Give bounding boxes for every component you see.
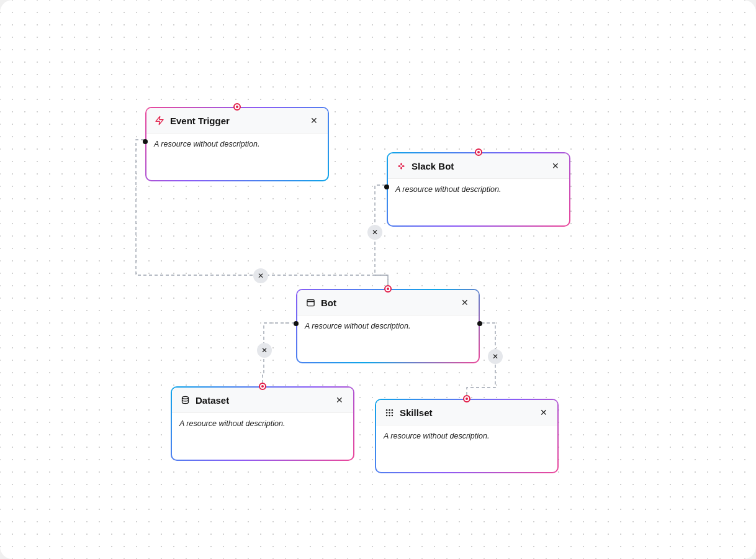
node-description: A resource without description. — [297, 316, 479, 337]
node-close-button[interactable]: ✕ — [459, 296, 471, 309]
node-event-trigger[interactable]: Event Trigger ✕ A resource without descr… — [145, 107, 329, 181]
node-header: Skillset ✕ — [376, 400, 557, 425]
node-description: A resource without description. — [376, 425, 557, 447]
node-handle-left[interactable] — [384, 184, 389, 189]
node-title: Skillset — [400, 407, 538, 418]
flow-canvas[interactable]: Event Trigger ✕ A resource without descr… — [0, 0, 756, 559]
svg-rect-2 — [402, 165, 404, 167]
svg-point-12 — [389, 412, 390, 414]
node-dataset[interactable]: Dataset ✕ A resource without description… — [171, 386, 354, 461]
grid-icon — [384, 407, 395, 418]
node-title: Event Trigger — [170, 116, 308, 126]
node-close-button[interactable]: ✕ — [538, 406, 550, 419]
node-description: A resource without description. — [146, 134, 328, 155]
svg-point-14 — [385, 414, 387, 416]
svg-rect-4 — [400, 166, 402, 169]
svg-marker-0 — [156, 116, 163, 124]
svg-point-10 — [391, 409, 393, 411]
node-header: Event Trigger ✕ — [146, 108, 328, 134]
edge-delete-button[interactable]: ✕ — [257, 343, 272, 358]
slack-icon — [395, 160, 407, 171]
svg-point-15 — [389, 414, 390, 416]
node-handle-left[interactable] — [143, 139, 148, 144]
node-handle-top[interactable] — [384, 285, 392, 293]
node-title: Slack Bot — [412, 161, 549, 171]
node-title: Dataset — [196, 395, 333, 406]
node-description: A resource without description. — [388, 179, 569, 200]
node-handle-left[interactable] — [294, 321, 299, 326]
svg-point-11 — [385, 412, 387, 414]
node-header: Dataset ✕ — [172, 388, 353, 413]
node-handle-top[interactable] — [259, 383, 266, 390]
edge-delete-button[interactable]: ✕ — [253, 268, 268, 283]
node-close-button[interactable]: ✕ — [549, 160, 562, 172]
svg-rect-5 — [307, 299, 313, 306]
node-handle-top[interactable] — [463, 395, 470, 402]
node-handle-right[interactable] — [477, 321, 482, 326]
database-icon — [179, 394, 191, 406]
svg-rect-1 — [398, 165, 400, 167]
svg-point-13 — [391, 412, 393, 414]
node-handle-top[interactable] — [475, 148, 482, 156]
node-title: Bot — [321, 298, 459, 308]
edges-layer — [0, 0, 756, 559]
lightning-icon — [154, 115, 165, 126]
edge-delete-button[interactable]: ✕ — [367, 225, 382, 240]
node-close-button[interactable]: ✕ — [333, 394, 346, 406]
node-bot[interactable]: Bot ✕ A resource without description. — [296, 289, 480, 363]
node-skillset[interactable]: Skillset ✕ A resource without descriptio… — [375, 399, 559, 473]
edge-delete-button[interactable]: ✕ — [488, 349, 503, 364]
node-close-button[interactable]: ✕ — [308, 114, 320, 127]
node-header: Bot ✕ — [297, 290, 479, 316]
svg-point-8 — [385, 409, 387, 411]
window-icon — [305, 297, 316, 308]
svg-rect-3 — [400, 163, 402, 165]
node-handle-top[interactable] — [233, 103, 241, 111]
node-header: Slack Bot ✕ — [388, 153, 569, 179]
svg-point-7 — [182, 396, 188, 399]
svg-point-9 — [389, 409, 390, 411]
svg-point-16 — [391, 414, 393, 416]
node-slack-bot[interactable]: Slack Bot ✕ A resource without descripti… — [387, 152, 570, 227]
node-description: A resource without description. — [172, 413, 353, 434]
